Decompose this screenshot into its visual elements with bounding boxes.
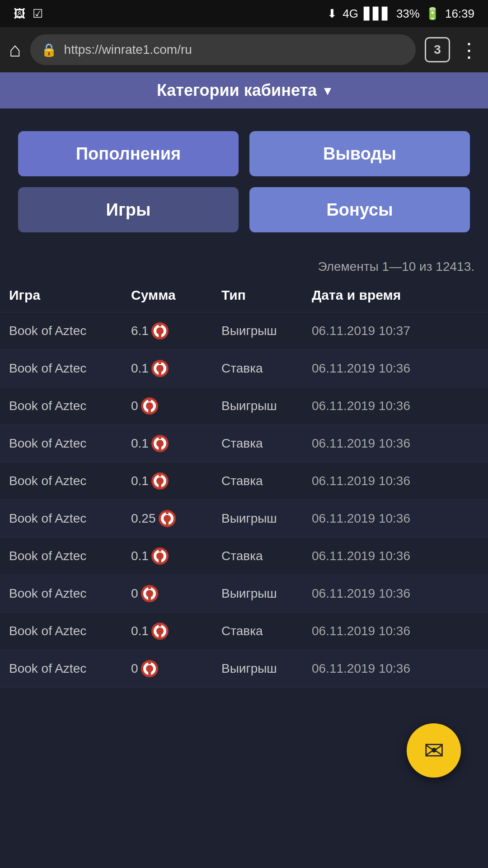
download-icon: ⬇ [327, 7, 337, 21]
col-header-game: Игра [0, 278, 122, 312]
table-row: Book of Aztec0.1Ставка06.11.2019 10:36 [0, 462, 488, 500]
status-left-icons: 🖼 ☑ [14, 7, 43, 21]
cell-type: Ставка [212, 462, 303, 500]
cell-type: Ставка [212, 350, 303, 387]
cell-date: 06.11.2019 10:36 [303, 538, 488, 575]
cell-date: 06.11.2019 10:36 [303, 613, 488, 650]
cell-game: Book of Aztec [0, 425, 122, 462]
cell-game: Book of Aztec [0, 613, 122, 650]
check-icon: ☑ [33, 7, 43, 21]
withdrawals-button[interactable]: Выводы [249, 131, 470, 176]
cell-game: Book of Aztec [0, 312, 122, 350]
category-header[interactable]: Категории кабинета ▾ [0, 72, 488, 108]
chip-icon [151, 623, 169, 640]
table-row: Book of Aztec6.1Выигрыш06.11.2019 10:37 [0, 312, 488, 350]
tab-badge[interactable]: 3 [425, 37, 450, 62]
amount-value: 0.1 [131, 624, 149, 638]
browser-menu-button[interactable]: ⋮ [459, 38, 479, 61]
chip-icon [151, 435, 169, 452]
table-row: Book of Aztec0Выигрыш06.11.2019 10:36 [0, 575, 488, 613]
amount-value: 0 [131, 586, 138, 601]
cell-amount: 0 [122, 575, 212, 613]
cell-type: Выигрыш [212, 650, 303, 688]
image-icon: 🖼 [14, 7, 25, 21]
cell-amount: 0.1 [122, 425, 212, 462]
cell-date: 06.11.2019 10:36 [303, 500, 488, 538]
cell-amount: 0.1 [122, 538, 212, 575]
col-header-datetime: Дата и время [303, 278, 488, 312]
cell-type: Ставка [212, 425, 303, 462]
bonuses-button[interactable]: Бонусы [249, 187, 470, 232]
table-row: Book of Aztec0.1Ставка06.11.2019 10:36 [0, 538, 488, 575]
games-button[interactable]: Игры [18, 187, 239, 232]
table-row: Book of Aztec0.1Ставка06.11.2019 10:36 [0, 613, 488, 650]
cell-game: Book of Aztec [0, 350, 122, 387]
cell-type: Ставка [212, 538, 303, 575]
cell-type: Выигрыш [212, 575, 303, 613]
cell-date: 06.11.2019 10:36 [303, 650, 488, 688]
cell-amount: 0.1 [122, 350, 212, 387]
cell-date: 06.11.2019 10:36 [303, 462, 488, 500]
url-text: https://winrate1.com/ru [64, 42, 192, 57]
cell-amount: 6.1 [122, 312, 212, 350]
deposits-button[interactable]: Пополнения [18, 131, 239, 176]
cell-game: Book of Aztec [0, 462, 122, 500]
chevron-down-icon: ▾ [324, 82, 331, 99]
cell-date: 06.11.2019 10:36 [303, 350, 488, 387]
cell-game: Book of Aztec [0, 575, 122, 613]
status-bar: 🖼 ☑ ⬇ 4G ▋▋▋ 33% 🔋 16:39 [0, 0, 488, 27]
table-row: Book of Aztec0Выигрыш06.11.2019 10:36 [0, 387, 488, 425]
chip-icon [151, 360, 169, 377]
pagination-info: Элементы 1—10 из 12413. [0, 246, 488, 278]
amount-value: 0.25 [131, 511, 156, 526]
signal-bars: ▋▋▋ [364, 7, 391, 21]
amount-value: 0.1 [131, 549, 149, 563]
amount-value: 0 [131, 661, 138, 676]
category-title: Категории кабинета [157, 81, 317, 100]
amount-value: 0.1 [131, 361, 149, 376]
cell-type: Выигрыш [212, 387, 303, 425]
cell-game: Book of Aztec [0, 387, 122, 425]
chip-icon [141, 660, 158, 677]
cell-type: Ставка [212, 613, 303, 650]
cell-date: 06.11.2019 10:36 [303, 387, 488, 425]
table-row: Book of Aztec0.25Выигрыш06.11.2019 10:36 [0, 500, 488, 538]
cell-amount: 0.1 [122, 462, 212, 500]
chip-icon [141, 585, 158, 602]
home-button[interactable]: ⌂ [9, 38, 21, 61]
battery-percentage: 33% [396, 7, 420, 21]
cell-amount: 0.1 [122, 613, 212, 650]
cell-date: 06.11.2019 10:36 [303, 575, 488, 613]
amount-value: 0.1 [131, 436, 149, 451]
cell-amount: 0 [122, 387, 212, 425]
table-row: Book of Aztec0.1Ставка06.11.2019 10:36 [0, 425, 488, 462]
cell-date: 06.11.2019 10:37 [303, 312, 488, 350]
chip-icon [151, 547, 169, 565]
fab-mail-button[interactable]: ✉ [407, 723, 461, 778]
lock-icon: 🔒 [41, 42, 57, 57]
col-header-amount: Сумма [122, 278, 212, 312]
amount-value: 6.1 [131, 324, 149, 338]
cell-amount: 0 [122, 650, 212, 688]
status-right-info: ⬇ 4G ▋▋▋ 33% 🔋 16:39 [327, 7, 474, 21]
game-table: Игра Сумма Тип Дата и время Book of Azte… [0, 278, 488, 688]
amount-value: 0.1 [131, 474, 149, 488]
chip-icon [151, 322, 169, 340]
action-buttons-area: Пополнения Выводы Игры Бонусы [0, 108, 488, 246]
cell-date: 06.11.2019 10:36 [303, 425, 488, 462]
table-row: Book of Aztec0Выигрыш06.11.2019 10:36 [0, 650, 488, 688]
cell-game: Book of Aztec [0, 650, 122, 688]
battery-icon: 🔋 [425, 7, 440, 21]
chip-icon [151, 472, 169, 490]
cell-type: Выигрыш [212, 500, 303, 538]
cell-amount: 0.25 [122, 500, 212, 538]
browser-bar: ⌂ 🔒 https://winrate1.com/ru 3 ⋮ [0, 27, 488, 72]
network-icon: 4G [343, 7, 358, 21]
cell-type: Выигрыш [212, 312, 303, 350]
cell-game: Book of Aztec [0, 500, 122, 538]
col-header-type: Тип [212, 278, 303, 312]
clock: 16:39 [445, 7, 474, 21]
amount-value: 0 [131, 399, 138, 413]
chip-icon [141, 397, 158, 415]
url-bar[interactable]: 🔒 https://winrate1.com/ru [30, 34, 416, 65]
